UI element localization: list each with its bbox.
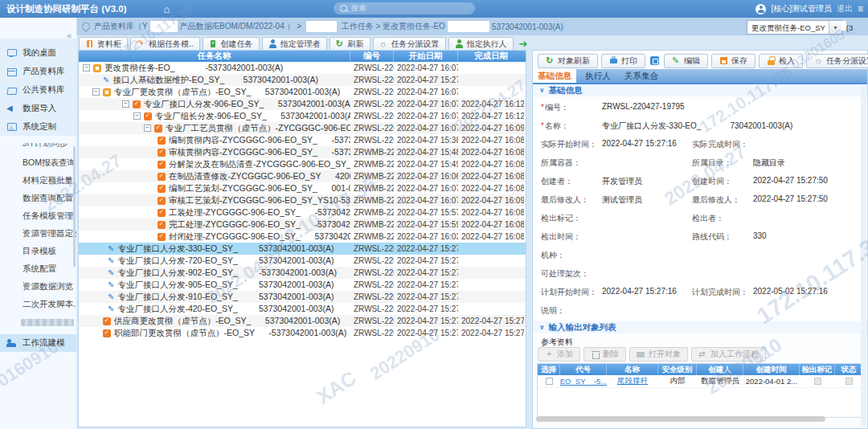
sidebar-item[interactable]: 资源管理器定义 bbox=[0, 225, 76, 243]
tree-row[interactable]: 审核工艺策划-ZYCGGGC-906-EO_SY_YS10-5373042001… bbox=[79, 194, 526, 206]
tree-row[interactable]: 在制品清查修改-ZYCGGGC-906-EO_SY 42001-003(A)-0… bbox=[79, 170, 526, 182]
tree-row[interactable]: 供应商更改贯彻（虚节点）-EO_SY_ 5373042001-003(A) ZR… bbox=[79, 315, 526, 327]
tree-row[interactable]: 编制工艺策划-ZYCGGGC-906-EO_SY_ 001-003(A)-002… bbox=[79, 182, 526, 194]
toolbar-button[interactable]: 刷新 bbox=[330, 37, 371, 51]
reference-column-header[interactable]: 状态 bbox=[835, 364, 862, 375]
tree-row[interactable]: 职能部门更改贯彻（虚节点）-EO_SY -5373042001-003(A) Z… bbox=[79, 327, 526, 339]
forward-arrow-icon[interactable]: ➔ bbox=[519, 38, 528, 50]
toolbar-button[interactable]: 资料柜 bbox=[79, 37, 128, 51]
reference-column-header[interactable]: 创建人 bbox=[697, 364, 743, 375]
section-basic-info[interactable]: ∨ 基础信息 bbox=[533, 84, 867, 96]
detail-toolbar-button[interactable]: 任务分派设置 bbox=[806, 54, 868, 68]
sidebar-item[interactable]: 材料定额批量... bbox=[0, 172, 76, 190]
expander-icon[interactable]: − bbox=[144, 125, 151, 132]
detail-toolbar-button[interactable]: 编辑 bbox=[664, 54, 708, 68]
row-checkbox[interactable] bbox=[546, 378, 553, 385]
tab-item[interactable]: 关系集合 bbox=[620, 69, 663, 83]
tree-row[interactable]: −专业厂接口人分发-906-EO_SY_ 5373042001-003(A) Z… bbox=[79, 98, 526, 110]
tree-row[interactable]: ✎专业厂接口人分发-720-EO_SY_ 5373042001-003(A) Z… bbox=[79, 255, 526, 267]
tree-row[interactable]: −更改贯彻任务-EO_ -5373042001-003(A) ZRWSL-220… bbox=[79, 62, 526, 74]
user-avatar-icon[interactable] bbox=[755, 4, 766, 14]
tree-row[interactable]: ✎专业厂接口人分发-420-EO_SY_ 5373042001-003(A) Z… bbox=[79, 303, 526, 315]
sidebar-item-obscured[interactable] bbox=[0, 313, 76, 331]
toolbar-button[interactable]: 根据任务模.. bbox=[130, 37, 200, 51]
form-row: 可处理架次： bbox=[533, 265, 867, 284]
column-header[interactable]: 完成日期 bbox=[458, 51, 524, 62]
task-selector-dropdown[interactable]: 更改贯彻任务-EO_SY(3 ▼ bbox=[747, 20, 842, 35]
detail-toolbar-button[interactable]: 检入 bbox=[759, 54, 803, 68]
field-value: 2022-05-02 15:27:16 bbox=[753, 287, 828, 296]
tree-row[interactable]: 编制贯彻内容-ZYCGGGC-906-EO_SY_ -5373042001-00… bbox=[79, 134, 526, 146]
expander-icon[interactable]: − bbox=[133, 112, 141, 120]
sidebar-item[interactable]: 我的桌面 bbox=[0, 43, 76, 62]
reference-row[interactable]: EO_SY -5... 尾段撑杆 内部 数据管理员 2022-04-01 2..… bbox=[538, 375, 864, 388]
object-code-link[interactable]: EO_SY -5... bbox=[560, 377, 607, 386]
tree-row[interactable]: −专业厂更改贯彻（虚节点）-EO_SY_ 5373042001-003(A) Z… bbox=[79, 86, 526, 98]
tab-item[interactable]: 执行人 bbox=[576, 69, 620, 83]
sidebar-item[interactable]: JIT计划同步 bbox=[0, 143, 76, 154]
tab-active[interactable]: 基础信息 bbox=[533, 69, 576, 83]
chevron-down-icon[interactable]: ▼ bbox=[829, 21, 841, 34]
vertical-scroll-gutter[interactable] bbox=[861, 86, 866, 427]
sidebar-item[interactable]: 资源数据浏览 bbox=[0, 278, 76, 296]
sidebar-item[interactable]: 产品资料库 bbox=[0, 62, 76, 80]
horizontal-scrollbar[interactable] bbox=[536, 416, 825, 422]
tree-row[interactable]: ✎专业厂接口人分发-910-EO_SY_ 5373042001-003(A) Z… bbox=[79, 291, 526, 303]
object-name-link[interactable]: 尾段撑杆 bbox=[617, 376, 648, 386]
desktop-icon bbox=[6, 48, 16, 58]
reference-column-header[interactable]: 名称 bbox=[607, 364, 658, 375]
column-header[interactable]: 任务名称 bbox=[79, 51, 350, 62]
sidebar-item[interactable]: 系统配置 bbox=[0, 260, 76, 278]
detail-toolbar-button[interactable]: 保存 bbox=[711, 54, 755, 68]
home-icon[interactable]: ⌂ bbox=[164, 4, 170, 14]
sidebar-item[interactable]: 公共资料库 bbox=[0, 80, 76, 99]
pencil-icon: ✎ bbox=[108, 293, 114, 301]
reference-column-header[interactable]: 创建时间 bbox=[743, 364, 800, 375]
sidebar-item[interactable]: 数据导入 bbox=[0, 99, 76, 117]
detail-toolbar-button[interactable] bbox=[649, 55, 661, 67]
toolbar-button[interactable]: 指定执行人 bbox=[448, 37, 514, 51]
sidebar-scrollbar[interactable] bbox=[73, 146, 76, 267]
section-io-objects[interactable]: ∨ 输入输出对象列表 bbox=[533, 321, 867, 333]
toolbar-button[interactable]: 任务分派设置 bbox=[373, 37, 446, 51]
sidebar-item[interactable]: 系统定制 bbox=[0, 117, 76, 136]
expander-icon[interactable]: − bbox=[83, 64, 90, 72]
tree-row[interactable]: 审核贯彻内容-ZYCGGGC-906-EO_SY_ -5373042001-00… bbox=[79, 146, 526, 158]
task-name: 封闭处理-ZYCGGGC-906-EO_SY_ 5373042001-003(A… bbox=[169, 231, 350, 243]
reference-column-header[interactable]: 选择 bbox=[538, 364, 560, 375]
tree-row[interactable]: 完工处理-ZYCGGGC-906-EO_SY_ -5373042001-003(… bbox=[79, 219, 526, 231]
reference-column-header[interactable]: 安全级别 bbox=[658, 364, 697, 375]
detail-toolbar-button[interactable]: 对象刷新 bbox=[538, 54, 598, 68]
sidebar-item-workflow-modeling[interactable]: 工作流建模 bbox=[0, 334, 76, 352]
sidebar-item[interactable]: 任务模板管理 bbox=[0, 207, 76, 225]
tree-row[interactable]: ✎专业厂接口人分发-330-EO_SY_ 5373042001-003(A) Z… bbox=[79, 243, 526, 255]
detail-toolbar-button[interactable]: 打印 bbox=[601, 54, 645, 68]
tree-row[interactable]: ✎专业厂接口人分发-905-EO_SY_ 5373042001-003(A) Z… bbox=[79, 279, 526, 291]
menu-icon[interactable]: ≡ bbox=[858, 3, 863, 14]
field-label: 机种： bbox=[541, 250, 599, 261]
toolbar-button[interactable]: 创建任务 bbox=[203, 37, 260, 51]
tree-row[interactable]: ✎专业厂接口人分发-902-EO_SY_ -5373042001-003(A) … bbox=[79, 267, 526, 279]
tree-row[interactable]: 工装处理-ZYCGGGC-906-EO_SY_ -5373042001-003(… bbox=[79, 206, 526, 219]
column-header[interactable]: 开始日期 bbox=[394, 51, 458, 62]
logout-link[interactable]: 退出 bbox=[837, 3, 853, 14]
global-search-input[interactable]: 搜索 bbox=[334, 2, 475, 14]
sidebar-item[interactable]: 数据查询配置 bbox=[0, 190, 76, 207]
reference-column-header[interactable]: 检出标记 bbox=[800, 364, 835, 375]
expander-icon[interactable]: − bbox=[122, 100, 129, 108]
tree-row[interactable]: 封闭处理-ZYCGGGC-906-EO_SY_ 5373042001-003(A… bbox=[79, 231, 526, 243]
pencil-icon: ✎ bbox=[108, 269, 114, 277]
tree-row[interactable]: −专业厂工艺员贯彻（虚节点）-ZYCGGGC-906-EO_SY_ -53730… bbox=[79, 122, 526, 134]
reference-column-header[interactable]: 代号 bbox=[560, 364, 607, 375]
sidebar-item[interactable]: 二次开发脚本... bbox=[0, 296, 76, 313]
tree-row[interactable]: 分解架次及在制品清查-ZYCGGGC-906-EO_SY_ 042001-003… bbox=[79, 158, 526, 170]
sidebar-item[interactable]: 目录模板 bbox=[0, 243, 76, 260]
refresh-icon bbox=[546, 56, 555, 65]
column-header[interactable]: 编号 bbox=[350, 51, 394, 62]
breadcrumb[interactable]: 产品资料库（Y产品数据/EBOM/DM/2022-04 ） > 工作任务 > 更… bbox=[94, 21, 563, 32]
sidebar-item[interactable]: BOM报表查询 bbox=[0, 154, 76, 172]
tree-row[interactable]: −专业厂组长分发-906-EO_SY_ 5373042001-003(A) ZR… bbox=[79, 110, 526, 122]
expander-icon[interactable]: − bbox=[92, 88, 100, 96]
toolbar-button[interactable]: 指定管理者 bbox=[262, 37, 327, 51]
tree-row[interactable]: ✎接口人基础数据维护-EO_SY_ 5373042001-003(A) ZRWS… bbox=[79, 74, 526, 86]
